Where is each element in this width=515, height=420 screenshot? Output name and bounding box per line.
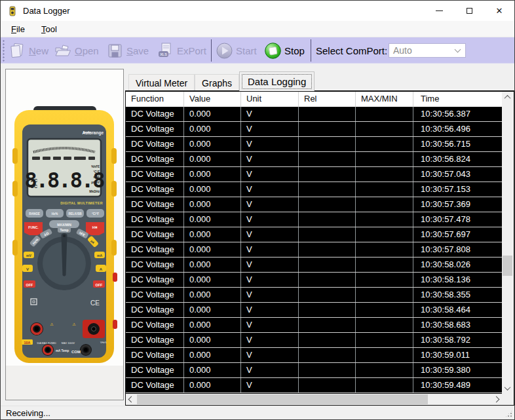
- svg-text:MAX 1000V: MAX 1000V: [62, 342, 75, 345]
- cell-value: 0.000: [184, 227, 241, 242]
- cell-value: 0.000: [184, 242, 241, 257]
- cell-rel: [299, 197, 356, 212]
- export-button[interactable]: XLS ExPort: [157, 41, 206, 60]
- menu-tool[interactable]: Tool: [35, 22, 63, 36]
- scroll-down-button[interactable]: [502, 383, 513, 394]
- table-row[interactable]: DC Voltage0.000V10:30:56.715: [126, 137, 502, 152]
- cell-value: 0.000: [184, 273, 241, 287]
- table-row[interactable]: DC Voltage0.000V10:30:59.489: [126, 378, 502, 393]
- svg-text:mµF: mµF: [93, 176, 100, 179]
- cell-time: 10:30:57.153: [413, 182, 502, 197]
- cell-function: DC Voltage: [126, 363, 184, 377]
- comport-label: Select ComPort:: [316, 37, 387, 64]
- table-row[interactable]: DC Voltage0.000V10:30:57.153: [126, 182, 502, 197]
- cell-time: 10:30:59.380: [413, 363, 502, 377]
- svg-text:10A MAX FUSED: 10A MAX FUSED: [37, 342, 56, 345]
- cell-maxmin: [356, 348, 413, 362]
- table-row[interactable]: DC Voltage0.000V10:30:58.136: [126, 273, 502, 288]
- maximize-button[interactable]: [454, 1, 484, 21]
- cell-time: 10:30:57.697: [413, 227, 502, 242]
- column-header-function[interactable]: Function: [126, 92, 184, 107]
- new-button[interactable]: New: [9, 41, 48, 60]
- horizontal-scroll-thumb[interactable]: [137, 394, 428, 404]
- menu-file[interactable]: File: [5, 22, 31, 36]
- scroll-left-button[interactable]: [126, 394, 137, 405]
- cell-unit: V: [241, 152, 299, 166]
- table-body: DC Voltage0.000V10:30:56.387DC Voltage0.…: [126, 107, 502, 393]
- table-row[interactable]: DC Voltage0.000V10:30:57.369: [126, 197, 502, 212]
- cell-function: DC Voltage: [126, 303, 184, 317]
- vertical-scrollbar[interactable]: [502, 92, 514, 394]
- cell-unit: V: [241, 197, 299, 212]
- cell-unit: V: [241, 137, 299, 151]
- table-row[interactable]: DC Voltage0.000V10:30:56.387: [126, 107, 502, 122]
- tab-virtual-meter[interactable]: Virtual Meter: [128, 74, 195, 91]
- table-row[interactable]: DC Voltage0.000V10:30:57.043: [126, 167, 502, 182]
- comport-value: Auto: [389, 45, 455, 56]
- table-row[interactable]: DC Voltage0.000V10:30:58.355: [126, 288, 502, 303]
- svg-text:A: A: [100, 267, 103, 271]
- table-row[interactable]: DC Voltage0.000V10:30:58.792: [126, 333, 502, 348]
- cell-unit: V: [241, 288, 299, 302]
- save-button[interactable]: Save: [106, 41, 149, 60]
- scroll-right-button[interactable]: [491, 394, 502, 405]
- column-header-value[interactable]: Value: [184, 92, 241, 107]
- table-row[interactable]: DC Voltage0.000V10:30:57.478: [126, 212, 502, 227]
- table-row[interactable]: DC Voltage0.000V10:30:59.380: [126, 363, 502, 378]
- cell-maxmin: [356, 167, 413, 181]
- toolbar-gripper[interactable]: [2, 39, 5, 62]
- minimize-button[interactable]: [424, 1, 454, 21]
- svg-text:8.8.8.8: 8.8.8.8: [25, 168, 105, 193]
- chevron-right-icon: [493, 396, 500, 403]
- table-row[interactable]: DC Voltage0.000V10:30:57.808: [126, 242, 502, 258]
- cell-time: 10:30:58.355: [413, 288, 502, 302]
- svg-text:Temp: Temp: [60, 228, 69, 232]
- scroll-up-button[interactable]: [502, 92, 513, 103]
- svg-text:µmAV: µmAV: [91, 181, 100, 184]
- column-header-maxmin[interactable]: MAX/MIN: [356, 92, 413, 107]
- start-button[interactable]: Start: [216, 41, 257, 60]
- horizontal-scrollbar[interactable]: [126, 394, 502, 405]
- svg-text:°C/°F: °C/°F: [92, 212, 99, 216]
- table-row[interactable]: DC Voltage0.000V10:30:58.683: [126, 318, 502, 333]
- column-header-time[interactable]: Time: [413, 92, 502, 107]
- svg-text:MAX/MIN: MAX/MIN: [57, 223, 71, 227]
- svg-text:10A: 10A: [24, 341, 31, 345]
- svg-text:REL/USB: REL/USB: [68, 212, 82, 216]
- table-row[interactable]: DC Voltage0.000V10:30:58.464: [126, 303, 502, 318]
- cell-maxmin: [356, 137, 413, 151]
- svg-text:DIGITAL MULTIMETER: DIGITAL MULTIMETER: [60, 201, 103, 205]
- comport-select[interactable]: Auto: [389, 43, 466, 58]
- table-row[interactable]: DC Voltage0.000V10:30:57.697: [126, 227, 502, 242]
- cell-value: 0.000: [184, 152, 241, 166]
- open-folder-icon: [54, 42, 72, 60]
- cell-time: 10:30:56.496: [413, 122, 502, 136]
- cell-function: DC Voltage: [126, 212, 184, 227]
- column-header-unit[interactable]: Unit: [241, 92, 299, 107]
- cell-function: DC Voltage: [126, 242, 184, 257]
- cell-unit: V: [241, 242, 299, 257]
- resize-grip[interactable]: [505, 410, 512, 417]
- table-row[interactable]: DC Voltage0.000V10:30:56.496: [126, 122, 502, 137]
- tab-graphs[interactable]: Graphs: [195, 74, 239, 91]
- cell-value: 0.000: [184, 378, 241, 392]
- cell-function: DC Voltage: [126, 318, 184, 332]
- toolbar-separator: [211, 39, 212, 62]
- open-button[interactable]: Open: [54, 41, 99, 60]
- cell-rel: [299, 182, 356, 197]
- vertical-scroll-thumb[interactable]: [503, 256, 512, 276]
- minimize-icon: [436, 10, 443, 11]
- table-row[interactable]: DC Voltage0.000V10:30:56.824: [126, 152, 502, 167]
- meter-panel: Autorange AC DC 8.8.8.8 %hFE °C°F mµF µm…: [5, 69, 124, 400]
- cell-unit: V: [241, 258, 299, 272]
- tab-data-logging[interactable]: Data Logging: [239, 71, 315, 91]
- app-icon: [7, 6, 18, 16]
- chevron-left-icon: [128, 396, 135, 403]
- close-button[interactable]: ✕: [484, 1, 514, 21]
- table-row[interactable]: DC Voltage0.000V10:30:58.026: [126, 258, 502, 273]
- table-row[interactable]: DC Voltage0.000V10:30:59.011: [126, 348, 502, 363]
- column-header-rel[interactable]: Rel: [299, 92, 356, 107]
- cell-time: 10:30:58.792: [413, 333, 502, 347]
- cell-value: 0.000: [184, 107, 241, 121]
- stop-button[interactable]: Stop: [264, 41, 305, 60]
